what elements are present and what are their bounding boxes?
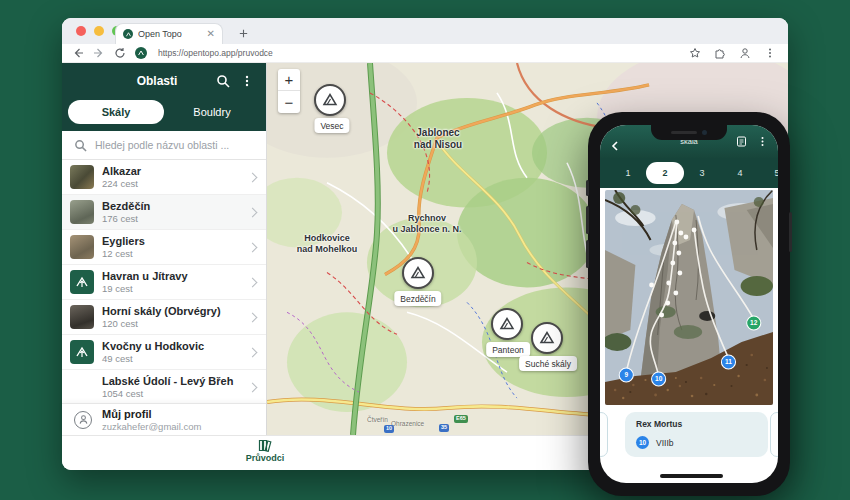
map-marker-suche-skaly[interactable] xyxy=(531,322,563,354)
forward-icon[interactable] xyxy=(93,47,105,59)
urlbar-site-icon xyxy=(135,47,147,59)
map-label-village: Ohrazenice xyxy=(391,420,424,427)
area-thumbnail xyxy=(70,235,94,259)
list-item-havran[interactable]: Havran u Jítravy 19 cest xyxy=(62,265,266,300)
chevron-right-icon xyxy=(248,207,258,217)
sector-tab-5[interactable]: 5 xyxy=(767,158,778,188)
phone-notch xyxy=(651,125,727,140)
url-text[interactable]: https://opentopo.app/pruvodce xyxy=(158,48,680,58)
minimize-window-button[interactable] xyxy=(94,26,104,36)
close-window-button[interactable] xyxy=(76,26,86,36)
bookmark-star-icon[interactable] xyxy=(689,47,701,59)
chevron-right-icon xyxy=(248,382,258,392)
chevron-right-icon xyxy=(248,277,258,287)
route-name: Rex Mortus xyxy=(636,419,757,429)
tab-title: Open Topo xyxy=(138,29,202,39)
extensions-icon[interactable] xyxy=(714,47,726,59)
map-marker-label: Panteon xyxy=(486,342,530,357)
area-route-count: 12 cest xyxy=(102,248,241,259)
list-item-alkazar[interactable]: Alkazar 224 cest xyxy=(62,160,266,195)
browser-tab[interactable]: Open Topo ✕ xyxy=(115,23,223,44)
sector-tab-2-active[interactable]: 2 xyxy=(646,162,684,184)
area-route-count: 176 cest xyxy=(102,213,241,224)
map-label-jablonec: Jablonecnad Nisou xyxy=(395,127,481,151)
route-number-badge: 10 xyxy=(636,436,649,449)
areas-sidebar: Oblasti Skály Bouldry Hledej podle názvu… xyxy=(62,63,267,435)
map-label-rychnov: Rychnovu Jablonce n. N. xyxy=(372,213,482,235)
tab-bouldry[interactable]: Bouldry xyxy=(164,100,260,124)
phone-camera xyxy=(702,130,707,135)
reload-icon[interactable] xyxy=(114,47,126,59)
home-indicator[interactable] xyxy=(660,474,723,478)
profile-row[interactable]: Můj profil zuzkahefer@gmail.com xyxy=(62,403,266,435)
area-name: Bezděčín xyxy=(102,200,241,212)
map-marker-label: Vesec xyxy=(314,118,349,133)
browser-tabstrip: Open Topo ✕ xyxy=(62,18,788,44)
back-icon[interactable] xyxy=(72,47,84,59)
route-badge-11[interactable]: 11 xyxy=(725,359,732,366)
list-item-eygliers[interactable]: Eygliers 12 cest xyxy=(62,230,266,265)
sidebar-menu-icon[interactable] xyxy=(240,74,254,88)
route-badge-12[interactable]: 12 xyxy=(750,320,758,327)
route-badge-9[interactable]: 9 xyxy=(624,372,628,379)
map-marker-vesec[interactable] xyxy=(314,84,346,116)
area-thumbnail xyxy=(70,305,94,329)
area-thumbnail xyxy=(70,200,94,224)
area-name: Alkazar xyxy=(102,165,241,177)
phone-screen: skála 1 2 3 4 5 xyxy=(600,125,778,483)
list-item-horni-skaly[interactable]: Horní skály (Obrvégry) 120 cest xyxy=(62,300,266,335)
sector-tab-4[interactable]: 4 xyxy=(730,158,750,188)
list-item-kvocny[interactable]: Kvočny u Hodkovic 49 cest xyxy=(62,335,266,370)
zoom-out-button[interactable]: − xyxy=(278,91,300,113)
carousel-prev-card[interactable] xyxy=(600,412,608,457)
area-name: Labské Údolí - Levý Břeh xyxy=(102,375,241,387)
profile-icon[interactable] xyxy=(739,47,751,59)
category-tabs: Skály Bouldry xyxy=(62,98,266,131)
map-marker-bezdecin[interactable] xyxy=(402,257,434,289)
search-icon[interactable] xyxy=(216,74,230,88)
phone-speaker xyxy=(671,131,697,134)
area-logo-icon xyxy=(70,270,94,294)
tab-close-icon[interactable]: ✕ xyxy=(207,29,215,39)
list-item-bezdecin[interactable]: Bezděčín 176 cest xyxy=(62,195,266,230)
area-logo-icon xyxy=(70,340,94,364)
phone-mockup: skála 1 2 3 4 5 xyxy=(588,112,790,496)
road-shield: E65 xyxy=(454,415,468,423)
sector-tabs: 1 2 3 4 5 xyxy=(600,158,778,188)
search-input[interactable]: Hledej podle názvu oblasti ... xyxy=(62,131,266,160)
route-badge-10[interactable]: 10 xyxy=(655,376,663,383)
route-card[interactable]: Rex Mortus 10 VIIIb xyxy=(625,412,768,457)
browser-menu-icon[interactable] xyxy=(764,47,776,59)
search-placeholder: Hledej podle názvu oblasti ... xyxy=(95,139,229,151)
sector-tab-1[interactable]: 1 xyxy=(618,158,638,188)
chevron-right-icon xyxy=(248,312,258,322)
zoom-in-button[interactable]: + xyxy=(278,69,300,91)
area-route-count: 49 cest xyxy=(102,353,241,364)
area-name: Havran u Jítravy xyxy=(102,270,241,282)
area-route-count: 1054 cest xyxy=(102,388,241,399)
list-item-labske-udoli[interactable]: Labské Údolí - Levý Břeh 1054 cest xyxy=(62,370,266,403)
profile-email: zuzkahefer@gmail.com xyxy=(102,421,201,432)
map-marker-label: Suché skály xyxy=(519,356,577,371)
phone-power-button xyxy=(789,212,792,252)
area-route-count: 120 cest xyxy=(102,318,241,329)
guidebooks-icon xyxy=(258,439,273,452)
sidebar-header: Oblasti xyxy=(62,63,266,98)
map-label-village: Čtveřín xyxy=(367,416,388,423)
area-name: Horní skály (Obrvégry) xyxy=(102,305,241,317)
map-marker-panteon[interactable] xyxy=(491,308,523,340)
new-tab-button[interactable] xyxy=(234,24,252,42)
area-route-count: 19 cest xyxy=(102,283,241,294)
sector-tab-3[interactable]: 3 xyxy=(692,158,712,188)
chevron-right-icon xyxy=(248,347,258,357)
carousel-next-card[interactable] xyxy=(770,412,778,457)
tab-skaly[interactable]: Skály xyxy=(68,100,164,124)
site-favicon-icon xyxy=(123,29,133,39)
search-field-icon xyxy=(74,139,87,152)
phone-mute-switch xyxy=(586,180,589,196)
map-marker-label: Bezděčín xyxy=(394,291,441,306)
phone-volume-down-button xyxy=(586,240,589,268)
nav-item-pruvodci[interactable]: Průvodci xyxy=(230,439,300,463)
area-thumbnail xyxy=(70,165,94,189)
route-photo[interactable]: 9 10 11 12 xyxy=(605,190,773,405)
